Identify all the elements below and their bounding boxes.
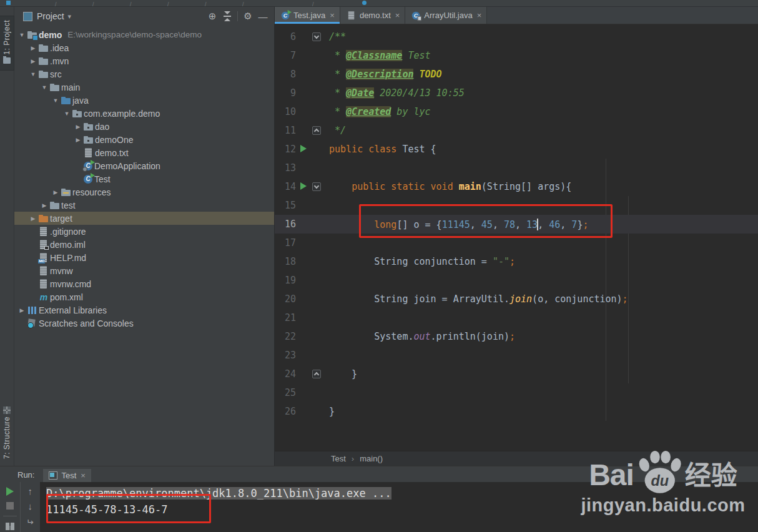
chevron-expanded-icon[interactable]: ▼ bbox=[28, 71, 38, 77]
code-text: /** bbox=[329, 31, 346, 42]
next-occurrence-button[interactable]: ↓ bbox=[28, 502, 33, 511]
tab-arrayutil-java[interactable]: CArrayUtil.java× bbox=[405, 7, 487, 24]
tree-item-src[interactable]: ▼src bbox=[14, 67, 274, 81]
code-line-20[interactable]: 20 String join = ArrayUtil.join(o, conju… bbox=[275, 290, 758, 308]
tree-item--gitignore[interactable]: .gitignore bbox=[14, 225, 274, 238]
code-line-15[interactable]: 15 bbox=[275, 196, 758, 215]
tree-item-java[interactable]: ▼java bbox=[14, 94, 274, 107]
code-line-12[interactable]: 12public class Test { bbox=[275, 140, 758, 159]
gear-icon[interactable]: ⚙ bbox=[240, 11, 255, 22]
line-number: 19 bbox=[275, 275, 296, 286]
breadcrumb-item[interactable]: Test bbox=[331, 454, 346, 463]
tree-item-mvnw[interactable]: mvnw bbox=[14, 264, 274, 277]
tree-item-label: target bbox=[50, 214, 72, 224]
tab-label: demo.txt bbox=[360, 11, 391, 20]
code-line-16[interactable]: 16 long[] o = {11145, 45, 78, 13, 46, 7}… bbox=[275, 215, 758, 234]
code-line-19[interactable]: 19 bbox=[275, 271, 758, 290]
package-icon bbox=[83, 122, 94, 132]
fold-marker-icon[interactable] bbox=[311, 32, 322, 41]
tree-item-com-example-demo[interactable]: ▼com.example.demo bbox=[14, 107, 274, 120]
close-icon[interactable]: × bbox=[81, 471, 86, 480]
code-line-7[interactable]: 7 * @Classname Test bbox=[275, 46, 758, 65]
tree-item-test[interactable]: ▶test bbox=[14, 199, 274, 212]
soft-wrap-button[interactable]: ↵ bbox=[26, 517, 34, 527]
chevron-collapsed-icon[interactable]: ▶ bbox=[28, 215, 38, 222]
resources-folder-icon bbox=[61, 187, 72, 197]
chevron-collapsed-icon[interactable]: ▶ bbox=[28, 58, 38, 64]
tree-item-resources[interactable]: ▶resources bbox=[14, 185, 274, 199]
chevron-collapsed-icon[interactable]: ▶ bbox=[51, 189, 61, 195]
tree-item--mvn[interactable]: ▶.mvn bbox=[14, 54, 274, 67]
code-line-6[interactable]: 6/** bbox=[275, 27, 758, 46]
code-line-18[interactable]: 18 String conjunction = "-"; bbox=[275, 252, 758, 271]
tree-item-target[interactable]: ▶target bbox=[14, 212, 274, 225]
stop-button[interactable] bbox=[6, 502, 14, 510]
code-line-9[interactable]: 9 * @Date 2020/4/13 10:55 bbox=[275, 84, 758, 102]
run-tab-test[interactable]: Test × bbox=[43, 469, 91, 482]
code-line-8[interactable]: 8 * @Description TODO bbox=[275, 65, 758, 84]
fold-marker-icon[interactable] bbox=[311, 126, 322, 135]
chevron-collapsed-icon[interactable]: ▶ bbox=[39, 202, 49, 209]
code-line-26[interactable]: 26} bbox=[275, 402, 758, 421]
code-line-10[interactable]: 10 * @Created by lyc bbox=[275, 102, 758, 121]
project-panel-title[interactable]: Project bbox=[37, 11, 64, 21]
tab-test-java[interactable]: CTest.java× bbox=[275, 7, 340, 24]
tree-item-main[interactable]: ▼main bbox=[14, 81, 274, 94]
chevron-down-icon[interactable]: ▾ bbox=[68, 12, 72, 21]
close-icon[interactable]: × bbox=[477, 11, 482, 20]
text-file-icon bbox=[347, 11, 357, 19]
run-line-icon[interactable] bbox=[296, 181, 311, 192]
tree-item-scratches-and-consoles[interactable]: Scratches and Consoles bbox=[14, 317, 274, 330]
chevron-expanded-icon[interactable]: ▼ bbox=[62, 111, 72, 117]
hide-panel-button[interactable]: — bbox=[255, 11, 270, 22]
code-editor[interactable]: 6/**7 * @Classname Test8 * @Description … bbox=[275, 24, 758, 451]
tree-item-pom-xml[interactable]: mpom.xml bbox=[14, 290, 274, 303]
chevron-expanded-icon[interactable]: ▼ bbox=[17, 32, 27, 38]
tree-item--idea[interactable]: ▶.idea bbox=[14, 41, 274, 54]
stripe-button-structure[interactable]: 7: Structure bbox=[0, 404, 14, 459]
chevron-collapsed-icon[interactable]: ▶ bbox=[73, 137, 83, 143]
breadcrumb-item[interactable]: main() bbox=[360, 454, 383, 463]
code-line-24[interactable]: 24 } bbox=[275, 365, 758, 383]
code-line-13[interactable]: 13 bbox=[275, 159, 758, 177]
code-line-17[interactable]: 17 bbox=[275, 234, 758, 252]
tree-item-demoapplication[interactable]: CDemoApplication bbox=[14, 159, 274, 172]
rerun-button[interactable] bbox=[6, 487, 14, 496]
code-line-22[interactable]: 22 System.out.println(join); bbox=[275, 327, 758, 346]
tree-item-help-md[interactable]: MDHELP.md bbox=[14, 251, 274, 264]
tree-item-demo[interactable]: ▼demoE:\workingspace\demo-space\demo bbox=[14, 28, 274, 41]
tree-item-dao[interactable]: ▶dao bbox=[14, 120, 274, 133]
code-line-25[interactable]: 25 bbox=[275, 383, 758, 402]
tree-item-demoone[interactable]: ▶demoOne bbox=[14, 133, 274, 146]
run-line-icon[interactable] bbox=[296, 144, 311, 155]
close-icon[interactable]: × bbox=[395, 11, 400, 20]
tree-item-mvnw-cmd[interactable]: mvnw.cmd bbox=[14, 277, 274, 290]
tree-item-test[interactable]: CTest bbox=[14, 172, 274, 185]
prev-occurrence-button[interactable]: ↑ bbox=[28, 487, 33, 496]
chevron-collapsed-icon[interactable]: ▶ bbox=[17, 307, 27, 313]
run-panel-label: Run: bbox=[17, 470, 34, 480]
code-text: * @Date 2020/4/13 10:55 bbox=[329, 87, 465, 99]
close-icon[interactable]: × bbox=[330, 11, 335, 20]
tree-item-demo-txt[interactable]: demo.txt bbox=[14, 146, 274, 159]
chevron-collapsed-icon[interactable]: ▶ bbox=[73, 124, 83, 130]
code-text: public class Test { bbox=[329, 144, 436, 155]
chevron-expanded-icon[interactable]: ▼ bbox=[51, 97, 61, 104]
fold-marker-icon[interactable] bbox=[311, 182, 322, 191]
code-line-14[interactable]: 14 public static void main(String[] args… bbox=[275, 177, 758, 196]
collapse-all-button[interactable] bbox=[220, 11, 235, 21]
line-number: 18 bbox=[275, 256, 296, 267]
chevron-collapsed-icon[interactable]: ▶ bbox=[28, 45, 38, 51]
fold-marker-icon[interactable] bbox=[311, 370, 322, 378]
tree-item-demo-iml[interactable]: demo.iml bbox=[14, 238, 274, 251]
code-line-21[interactable]: 21 bbox=[275, 308, 758, 327]
locate-file-button[interactable]: ⊕ bbox=[205, 11, 220, 22]
line-number: 20 bbox=[275, 293, 296, 305]
restore-layout-button[interactable] bbox=[6, 523, 14, 530]
chevron-expanded-icon[interactable]: ▼ bbox=[39, 84, 49, 91]
code-line-11[interactable]: 11 */ bbox=[275, 121, 758, 140]
code-line-23[interactable]: 23 bbox=[275, 346, 758, 365]
stripe-button-project[interactable]: 1: Project bbox=[0, 16, 14, 71]
tree-item-external-libraries[interactable]: ▶External Libraries bbox=[14, 303, 274, 317]
tab-demo-txt[interactable]: demo.txt× bbox=[340, 7, 405, 24]
